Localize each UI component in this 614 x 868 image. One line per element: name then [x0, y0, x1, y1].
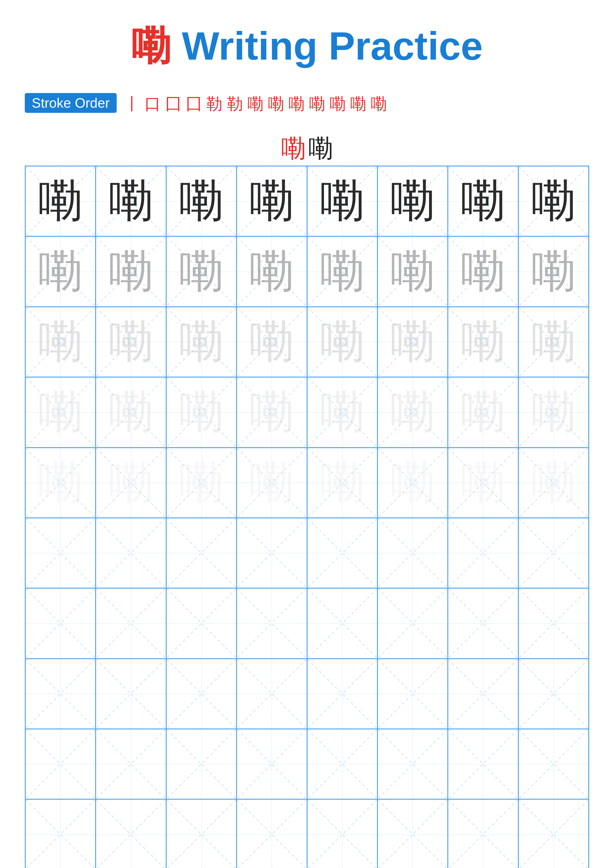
grid-cell-1-6[interactable]: 嘞 [448, 236, 518, 307]
grid-cell-6-3[interactable] [236, 588, 307, 659]
grid-cell-8-7[interactable] [518, 729, 589, 799]
grid-cell-7-6[interactable] [448, 659, 518, 729]
grid-cell-3-4[interactable]: 嘞 [307, 377, 378, 447]
grid-cell-8-5[interactable] [378, 729, 448, 799]
grid-cell-9-1[interactable] [96, 799, 166, 868]
grid-char-2-1: 嘞 [109, 312, 153, 372]
grid-cell-9-4[interactable] [307, 799, 378, 868]
grid-cell-4-5[interactable]: 嘞 [378, 448, 448, 518]
grid-cell-3-3[interactable]: 嘞 [236, 377, 307, 447]
grid-cell-0-6[interactable]: 嘞 [448, 166, 518, 236]
grid-char-0-2: 嘞 [179, 171, 224, 231]
grid-char-1-7: 嘞 [531, 242, 576, 302]
grid-cell-2-0[interactable]: 嘞 [25, 307, 96, 377]
grid-row-2: 嘞 嘞 嘞 嘞 嘞 嘞 嘞 嘞 [25, 307, 589, 377]
svg-line-120 [308, 659, 377, 728]
svg-line-114 [96, 659, 165, 728]
grid-cell-1-2[interactable]: 嘞 [166, 236, 236, 307]
grid-cell-5-5[interactable] [378, 518, 448, 588]
grid-cell-5-0[interactable] [25, 518, 96, 588]
grid-cell-1-0[interactable]: 嘞 [25, 236, 96, 307]
grid-cell-2-6[interactable]: 嘞 [448, 307, 518, 377]
grid-cell-2-2[interactable]: 嘞 [166, 307, 236, 377]
grid-cell-0-7[interactable]: 嘞 [518, 166, 589, 236]
grid-char-0-6: 嘞 [461, 171, 505, 231]
grid-cell-8-1[interactable] [96, 729, 166, 799]
grid-cell-0-1[interactable]: 嘞 [96, 166, 166, 236]
grid-char-2-6: 嘞 [461, 312, 505, 372]
grid-cell-7-2[interactable] [166, 659, 236, 729]
grid-cell-8-6[interactable] [448, 729, 518, 799]
svg-line-81 [26, 518, 95, 587]
grid-cell-5-2[interactable] [166, 518, 236, 588]
svg-line-95 [519, 518, 588, 587]
grid-char-2-5: 嘞 [390, 312, 435, 372]
grid-cell-7-1[interactable] [96, 659, 166, 729]
grid-cell-5-4[interactable] [307, 518, 378, 588]
grid-cell-7-0[interactable] [25, 659, 96, 729]
grid-cell-2-3[interactable]: 嘞 [236, 307, 307, 377]
grid-cell-9-2[interactable] [166, 799, 236, 868]
grid-cell-1-5[interactable]: 嘞 [378, 236, 448, 307]
grid-cell-8-3[interactable] [236, 729, 307, 799]
grid-cell-2-5[interactable]: 嘞 [378, 307, 448, 377]
grid-char-3-0: 嘞 [38, 382, 83, 442]
grid-cell-3-5[interactable]: 嘞 [378, 377, 448, 447]
grid-cell-6-5[interactable] [378, 588, 448, 659]
svg-line-121 [308, 659, 377, 728]
grid-cell-1-1[interactable]: 嘞 [96, 236, 166, 307]
grid-cell-9-3[interactable] [236, 799, 307, 868]
grid-cell-8-0[interactable] [25, 729, 96, 799]
grid-cell-7-3[interactable] [236, 659, 307, 729]
grid-cell-0-4[interactable]: 嘞 [307, 166, 378, 236]
grid-cell-7-5[interactable] [378, 659, 448, 729]
grid-cell-4-0[interactable]: 嘞 [25, 448, 96, 518]
grid-cell-2-4[interactable]: 嘞 [307, 307, 378, 377]
svg-line-107 [378, 589, 447, 658]
grid-cell-5-1[interactable] [96, 518, 166, 588]
svg-line-130 [96, 729, 165, 799]
grid-cell-4-1[interactable]: 嘞 [96, 448, 166, 518]
grid-char-2-0: 嘞 [38, 312, 83, 372]
grid-cell-3-0[interactable]: 嘞 [25, 377, 96, 447]
grid-cell-9-5[interactable] [378, 799, 448, 868]
grid-cell-2-7[interactable]: 嘞 [518, 307, 589, 377]
grid-cell-3-7[interactable]: 嘞 [518, 377, 589, 447]
grid-cell-0-2[interactable]: 嘞 [166, 166, 236, 236]
grid-cell-6-0[interactable] [25, 588, 96, 659]
grid-cell-7-4[interactable] [307, 659, 378, 729]
grid-cell-2-1[interactable]: 嘞 [96, 307, 166, 377]
grid-cell-8-4[interactable] [307, 729, 378, 799]
grid-cell-4-3[interactable]: 嘞 [236, 448, 307, 518]
grid-cell-8-2[interactable] [166, 729, 236, 799]
grid-cell-4-2[interactable]: 嘞 [166, 448, 236, 518]
grid-cell-0-0[interactable]: 嘞 [25, 166, 96, 236]
grid-cell-6-4[interactable] [307, 588, 378, 659]
grid-cell-6-6[interactable] [448, 588, 518, 659]
grid-cell-0-3[interactable]: 嘞 [236, 166, 307, 236]
grid-cell-1-4[interactable]: 嘞 [307, 236, 378, 307]
stroke-order-badge: Stroke Order [25, 93, 117, 113]
grid-cell-4-7[interactable]: 嘞 [518, 448, 589, 518]
grid-cell-6-7[interactable] [518, 588, 589, 659]
grid-cell-4-6[interactable]: 嘞 [448, 448, 518, 518]
grid-cell-4-4[interactable]: 嘞 [307, 448, 378, 518]
grid-cell-9-7[interactable] [518, 799, 589, 868]
grid-cell-9-0[interactable] [25, 799, 96, 868]
svg-line-146 [96, 800, 165, 868]
grid-cell-5-7[interactable] [518, 518, 589, 588]
grid-cell-1-3[interactable]: 嘞 [236, 236, 307, 307]
grid-cell-9-6[interactable] [448, 799, 518, 868]
svg-line-147 [96, 800, 165, 868]
grid-cell-7-7[interactable] [518, 659, 589, 729]
grid-cell-5-6[interactable] [448, 518, 518, 588]
grid-cell-3-2[interactable]: 嘞 [166, 377, 236, 447]
grid-cell-6-1[interactable] [96, 588, 166, 659]
grid-cell-0-5[interactable]: 嘞 [378, 166, 448, 236]
grid-cell-5-3[interactable] [236, 518, 307, 588]
grid-char-4-6: 嘞 [461, 453, 505, 513]
grid-cell-6-2[interactable] [166, 588, 236, 659]
grid-cell-1-7[interactable]: 嘞 [518, 236, 589, 307]
grid-cell-3-1[interactable]: 嘞 [96, 377, 166, 447]
grid-cell-3-6[interactable]: 嘞 [448, 377, 518, 447]
